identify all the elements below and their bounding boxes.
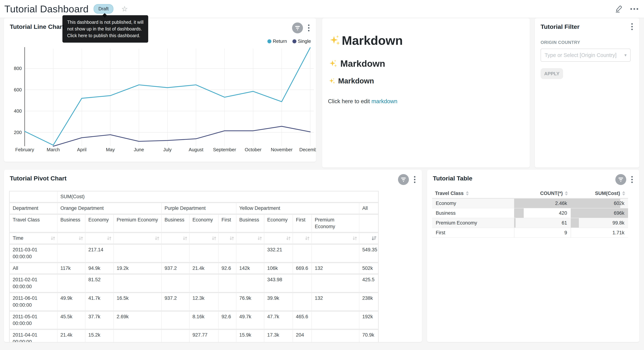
sort-icon[interactable] xyxy=(229,236,234,241)
table-row[interactable]: Premium Economy6199.8k xyxy=(432,218,628,228)
pivot-data-row: 2011-06-01 00:00:0049.9k41.7k16.5k937.21… xyxy=(10,292,378,311)
dashboard-menu-button[interactable] xyxy=(630,8,638,10)
legend-item-single[interactable]: Single xyxy=(292,38,311,44)
filter-indicator-icon[interactable] xyxy=(398,174,409,185)
sparkles-icon xyxy=(328,34,341,47)
sort-icon[interactable] xyxy=(286,236,291,241)
svg-text:August: August xyxy=(189,147,204,152)
filter-title: Tutorial Filter xyxy=(540,23,580,30)
pivot-col-header xyxy=(359,214,378,233)
return-series-dot xyxy=(268,39,272,43)
sort-icon[interactable] xyxy=(466,191,469,196)
pivot-menu-button[interactable] xyxy=(412,175,417,184)
favorite-star-icon[interactable]: ☆ xyxy=(121,5,128,12)
pivot-value-cell xyxy=(293,274,312,292)
filter-menu-button[interactable] xyxy=(630,22,634,31)
edit-markdown-link[interactable]: markdown xyxy=(372,98,398,104)
pivot-value-cell: 549.35 xyxy=(359,244,378,262)
sort-icon[interactable] xyxy=(211,236,217,241)
origin-country-select[interactable]: Type or Select [Origin Country] ▾ xyxy=(540,48,630,62)
column-header-sum-cost[interactable]: SUM(Cost) xyxy=(571,188,628,198)
column-header-travel-class[interactable]: Travel Class xyxy=(432,188,514,198)
pivot-value-cell: 425.5 xyxy=(359,274,378,292)
pivot-value-cell: 502k xyxy=(359,262,378,274)
pivot-value-cell: 41.7k xyxy=(85,292,114,311)
table-row[interactable]: Business420696k xyxy=(432,208,628,218)
travel-class-cell: Premium Economy xyxy=(432,218,514,228)
pivot-value-cell: 45.5k xyxy=(57,311,85,330)
pivot-value-cell xyxy=(162,274,190,292)
pivot-value-cell: 238k xyxy=(359,292,378,311)
svg-text:December: December xyxy=(299,147,316,152)
sparkles-icon xyxy=(328,59,338,68)
pivot-chart-card: Tutorial Pivot Chart SUM(Cost)Department… xyxy=(4,170,422,342)
pivot-row-header: 2011-05-01 00:00:00 xyxy=(10,311,57,330)
table-row[interactable]: Economy2.46k602k xyxy=(432,198,628,208)
svg-text:May: May xyxy=(106,147,115,152)
sort-icon[interactable] xyxy=(352,236,358,241)
sort-descending-icon[interactable] xyxy=(371,236,376,241)
line-chart-plot[interactable]: FebruaryMarchAprilMayJuneJulyAugustSepte… xyxy=(4,44,316,153)
edit-dashboard-button[interactable] xyxy=(615,5,622,13)
pivot-title: Tutorial Pivot Chart xyxy=(10,175,66,182)
chart-menu-button[interactable] xyxy=(306,24,311,32)
pivot-value-cell: 76.9k xyxy=(236,292,264,311)
pivot-value-cell xyxy=(162,244,190,262)
sort-icon[interactable] xyxy=(257,236,262,241)
table-menu-button[interactable] xyxy=(630,175,634,184)
pivot-value-cell: 106k xyxy=(264,262,293,274)
pivot-col-header: Business xyxy=(236,214,264,233)
pivot-value-cell xyxy=(236,244,264,262)
pivot-value-cell: 669.6 xyxy=(293,262,312,274)
pivot-value-cell: 21.4k xyxy=(190,262,218,274)
pivot-value-cell xyxy=(57,274,85,292)
pivot-value-cell xyxy=(312,311,359,330)
pivot-value-cell: 217.14 xyxy=(85,244,114,262)
pivot-value-cell: 37.7k xyxy=(85,311,114,330)
pivot-col-header: Economy xyxy=(264,214,293,233)
sort-icon[interactable] xyxy=(622,191,625,196)
sort-icon[interactable] xyxy=(106,236,112,241)
sort-icon[interactable] xyxy=(182,236,188,241)
sort-icon[interactable] xyxy=(50,236,56,241)
sum-cost-cell: 99.8k xyxy=(571,218,628,228)
sort-icon[interactable] xyxy=(154,236,160,241)
apply-button[interactable]: APPLY xyxy=(540,68,563,79)
markdown-h1: Markdown xyxy=(328,33,524,48)
dashboard-page: Tutorial Dashboard Draft ☆ This dashboar… xyxy=(0,0,644,350)
pivot-group-header: Yellow Department xyxy=(236,202,359,214)
column-header-count[interactable]: COUNT(*) xyxy=(514,188,571,198)
count-cell: 9 xyxy=(514,228,571,238)
pivot-value-cell: 19.2k xyxy=(114,262,162,274)
pivot-table-container: SUM(Cost)DepartmentOrange DepartmentPurp… xyxy=(9,191,379,342)
table-row[interactable]: First91.71k xyxy=(432,228,628,238)
pivot-value-cell: 15.2k xyxy=(85,329,114,342)
data-table: Travel Class COUNT(*) SUM(Cost) Economy2… xyxy=(432,188,628,238)
pivot-value-cell xyxy=(114,244,162,262)
pencil-icon xyxy=(615,5,622,13)
pivot-value-cell: 117k xyxy=(57,262,85,274)
sort-icon[interactable] xyxy=(78,236,84,241)
status-badge[interactable]: Draft xyxy=(94,4,113,14)
pivot-data-row: 2011-05-01 00:00:0045.5k37.7k2.69k8.16k9… xyxy=(10,311,378,330)
pivot-sort-cell xyxy=(218,232,236,244)
pivot-sort-cell xyxy=(162,232,190,244)
count-cell: 61 xyxy=(514,218,571,228)
sort-icon[interactable] xyxy=(565,191,568,196)
svg-text:June: June xyxy=(134,147,144,152)
filter-indicator-icon[interactable] xyxy=(292,22,303,33)
sort-icon[interactable] xyxy=(304,236,310,241)
sum-cost-cell: 696k xyxy=(571,208,628,218)
sum-cost-cell: 602k xyxy=(571,198,628,208)
table-title: Tutorial Table xyxy=(433,175,472,182)
pivot-value-cell: 937.2 xyxy=(162,262,190,274)
pivot-value-cell xyxy=(218,292,236,311)
filter-indicator-icon[interactable] xyxy=(615,174,626,185)
pivot-value-cell xyxy=(57,244,85,262)
pivot-value-cell xyxy=(218,274,236,292)
legend-item-return[interactable]: Return xyxy=(268,38,287,44)
pivot-department-row: DepartmentOrange DepartmentPurple Depart… xyxy=(10,202,378,214)
pivot-col-header: Business xyxy=(162,214,190,233)
markdown-paragraph: Click here to edit markdown xyxy=(328,98,524,105)
pivot-value-cell: 49.7k xyxy=(236,311,264,330)
